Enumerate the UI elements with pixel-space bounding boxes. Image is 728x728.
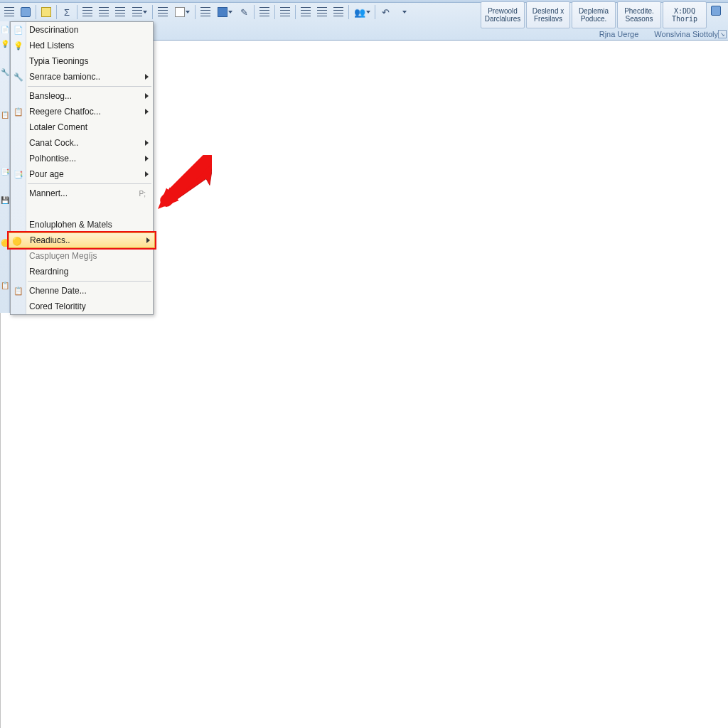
sigma-icon[interactable]: Σ — [59, 4, 75, 20]
indent-left-icon[interactable] — [257, 4, 272, 20]
menu-item[interactable]: Enoluplohen & Matels — [11, 217, 153, 232]
menu-item-label: Typia Tieonings — [29, 56, 88, 66]
menu-item[interactable]: 📋Reegere Chatfoc... — [11, 104, 153, 119]
strip-clip2-icon[interactable]: 📋 — [1, 280, 9, 290]
strip-page-icon[interactable]: 📑 — [1, 166, 9, 176]
ribbon-sublabels: Rjna Uerge Wonslvina Siottoly — [599, 30, 718, 38]
context-dropdown-menu: 📄Descirination💡Hed ListensTypia Tieoning… — [10, 21, 154, 315]
separator — [375, 5, 375, 19]
ribbon-groups: Prewoold Darclalures Deslend x Fresilavs… — [481, 1, 724, 28]
separator — [56, 5, 57, 19]
menu-item-label: Descirination — [29, 25, 78, 35]
menu-item[interactable]: Polhontise... — [11, 151, 153, 166]
menu-item[interactable]: Caspluçen Megíjs — [11, 248, 153, 264]
menu-item-label: Cored Teloritity — [29, 301, 86, 311]
page-dd-icon[interactable] — [171, 4, 193, 20]
indent-right-icon[interactable] — [298, 4, 314, 20]
strip-doc-icon[interactable]: 📄 — [1, 24, 9, 34]
strip-dot-icon[interactable]: 🟡 — [1, 237, 9, 247]
menu-item[interactable]: Lotaler Coment — [11, 119, 153, 135]
strip-blank-icon — [1, 124, 9, 134]
strip-blank-icon — [1, 181, 9, 191]
separator — [348, 5, 349, 19]
menu-item-label: Hed Listens — [29, 41, 74, 50]
dialog-launcher-icon[interactable]: ↘ — [718, 30, 727, 38]
menu-item-label: Canat Cock.. — [29, 138, 78, 148]
ribbon-group-label: Deplemia — [579, 7, 609, 15]
menu-item-icon: 📋 — [13, 106, 24, 117]
menu-item[interactable]: 📋Chenne Date... — [11, 283, 153, 299]
menu-item-label: Bansleog... — [29, 91, 72, 101]
paragraph-dd-icon[interactable] — [129, 4, 150, 20]
fill-dd-icon[interactable] — [214, 4, 235, 20]
menu-item-readiucs[interactable]: 🟡Readiucs.. — [9, 232, 155, 248]
submenu-arrow-icon — [145, 140, 149, 146]
strip-blank-icon — [1, 138, 9, 148]
submenu-arrow-icon — [146, 237, 150, 243]
menu-item[interactable]: 💡Hed Listens — [11, 38, 153, 53]
people-dd-icon[interactable]: 👥 — [351, 4, 373, 20]
undo-icon[interactable]: ↶ — [378, 4, 393, 20]
menu-item[interactable]: Bansleog... — [11, 88, 153, 104]
menu-item[interactable]: Reardning — [11, 264, 153, 279]
ribbon-group-1[interactable]: Deslend x Fresilavs — [526, 1, 570, 28]
menu-item[interactable]: Typia Tieonings — [11, 53, 153, 69]
menu-item-label: Mannert... — [29, 188, 68, 198]
menu-item-icon: 🔧 — [13, 71, 24, 82]
rows-icon[interactable] — [331, 4, 346, 20]
submenu-arrow-icon — [145, 156, 149, 161]
ribbon-extra-icon[interactable] — [708, 3, 724, 18]
align-right-icon[interactable] — [112, 4, 128, 20]
strip-blank-icon — [1, 223, 9, 233]
strip-blank-icon — [1, 209, 9, 219]
separator — [254, 5, 255, 19]
ribbon-group-label: Deslend x — [532, 7, 564, 15]
strip-clip-icon[interactable]: 📋 — [1, 109, 9, 119]
ribbon-sublabel-left[interactable]: Rjna Uerge — [599, 30, 639, 38]
submenu-arrow-icon — [145, 93, 149, 99]
ribbon-group-3[interactable]: Phecdite. Seasons — [617, 1, 661, 28]
strip-blank-icon — [1, 95, 9, 105]
align-center-icon[interactable] — [96, 4, 112, 20]
paste-icon[interactable] — [38, 4, 54, 20]
menu-item[interactable] — [11, 201, 153, 217]
menu-separator — [28, 86, 151, 87]
ribbon-sublabel-right[interactable]: Wonslvina Siottoly — [654, 30, 718, 38]
ribbon-group-4[interactable]: X:DDQ Thorip — [663, 1, 707, 28]
ribbon-group-sublabel: Poduce. — [581, 15, 607, 23]
strip-blank-icon — [1, 81, 9, 91]
submenu-arrow-icon — [145, 171, 149, 177]
redo-dd-icon[interactable] — [394, 4, 415, 20]
separator — [152, 5, 153, 19]
menu-separator — [28, 183, 151, 184]
align-left-icon[interactable] — [80, 4, 95, 20]
menu-separator — [28, 281, 151, 282]
columns-icon[interactable] — [314, 4, 330, 20]
strip-disk-icon[interactable]: 💾 — [1, 195, 9, 205]
ribbon-group-sublabel: Thorip — [672, 15, 697, 23]
strip-wrench-icon[interactable]: 🔧 — [1, 67, 9, 77]
menu-item-label: Chenne Date... — [29, 286, 87, 296]
submenu-arrow-icon — [145, 109, 149, 114]
list-icon[interactable] — [155, 4, 171, 20]
left-icon-strip: 📄 💡 🔧 📋 📑 💾 🟡 📋 — [0, 21, 10, 313]
menu-icon[interactable] — [1, 4, 17, 20]
table-icon[interactable] — [18, 4, 33, 20]
menu-item-label: Lotaler Coment — [29, 122, 87, 132]
ribbon-group-2[interactable]: Deplemia Poduce. — [572, 1, 616, 28]
menu-item[interactable]: Canat Cock.. — [11, 135, 153, 151]
menu-item[interactable]: Cored Teloritity — [11, 299, 153, 314]
justify-icon[interactable] — [198, 4, 213, 20]
ribbon-group-label: Prewoold — [488, 7, 518, 15]
menu-item-label: Polhontise... — [29, 154, 76, 164]
pen-icon[interactable]: ✎ — [236, 4, 252, 20]
menu-item-label: Caspluçen Megíjs — [29, 251, 97, 261]
text-align-icon[interactable] — [277, 4, 293, 20]
menu-item[interactable]: 📄Descirination — [11, 22, 153, 38]
menu-item[interactable]: 📑Pour age — [11, 166, 153, 182]
ribbon-group-0[interactable]: Prewoold Darclalures — [481, 1, 525, 28]
menu-item[interactable]: Mannert...P; — [11, 186, 153, 201]
strip-bulb-icon[interactable]: 💡 — [1, 38, 9, 48]
menu-item[interactable]: 🔧Senrace bamionc.. — [11, 69, 153, 85]
submenu-arrow-icon — [145, 74, 149, 80]
